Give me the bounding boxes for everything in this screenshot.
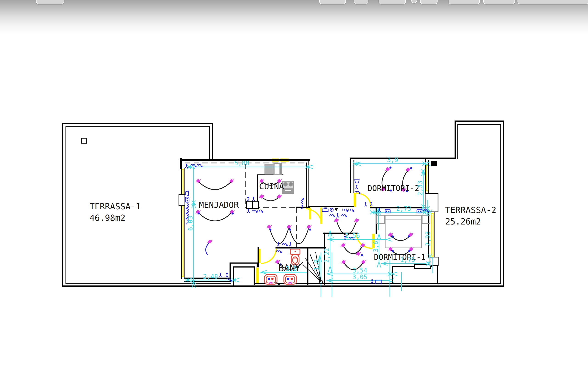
fridge	[265, 164, 273, 174]
kitchen-counter	[246, 201, 258, 208]
switch-icon	[356, 185, 358, 189]
socket-icon	[276, 250, 282, 253]
switch-icon	[219, 273, 222, 277]
socket-icon	[252, 210, 258, 212]
socket-icon	[257, 210, 263, 212]
switch-icon	[336, 213, 339, 217]
heater-icon	[322, 208, 328, 212]
socket-icon	[342, 214, 347, 217]
switch-icon	[226, 273, 228, 277]
switch-icon	[247, 197, 249, 201]
dim-dorm1-width-a: 3,54	[352, 267, 367, 274]
socket-icon	[301, 198, 304, 204]
dim-shower-width: 1,8	[313, 259, 320, 270]
phone-outlet-icon	[185, 197, 189, 202]
dim-dorm2-top: 3,9	[387, 156, 398, 163]
dim-bed-width: 2,73	[396, 205, 411, 212]
burner	[284, 182, 287, 186]
switch-icon	[185, 164, 188, 168]
dim-hall-left: 2,22	[323, 248, 330, 263]
room-label-terrassa2: TERRASSA-2	[445, 205, 496, 215]
socket-icon	[330, 214, 335, 217]
room-area-terrassa1: 46.98m2	[90, 213, 126, 223]
dim-dorm1-right: 2,93	[424, 231, 431, 246]
room-label-menjador: MENJADOR	[199, 200, 239, 210]
dim-menjador-bottom: 2,48	[203, 273, 218, 280]
dim-bany-width: 3,3	[286, 265, 297, 272]
dim-menjador-top: 5,88	[234, 160, 249, 167]
room-label-terrassa1: TERRASSA-1	[90, 202, 141, 212]
socket-icon	[342, 209, 348, 212]
tv-outlet-icon	[185, 191, 189, 196]
burner	[289, 182, 293, 186]
tv-outlet-icon	[355, 180, 359, 183]
dim-closet-width: 1,75	[400, 256, 415, 263]
socket-icon	[348, 209, 354, 212]
column-symbol	[82, 138, 87, 143]
electrical-symbols	[185, 164, 429, 284]
switch-icon	[365, 202, 367, 206]
dim-dorm2-right: 2,33	[416, 181, 424, 196]
switch-icon	[252, 197, 255, 201]
switch-icon	[289, 242, 292, 246]
dim-dorm1-width-b: 3,05	[352, 273, 367, 281]
switch-icon	[247, 209, 250, 213]
sink	[284, 274, 296, 284]
room-label-cuina: CUINA	[259, 181, 284, 191]
dim-dorm1-door: 3,6	[372, 241, 379, 252]
floor-plan-canvas: TERRASSA-1 46.98m2 MENJADOR CUINA BANY D…	[0, 0, 588, 373]
switch-icon	[371, 279, 373, 283]
dim-menjador-left: 6,03	[187, 216, 194, 231]
socket-icon	[282, 243, 288, 246]
room-label-dormitori2: DORMITORI-2	[368, 184, 419, 193]
dim-hall-width: 2,56	[345, 232, 360, 239]
toilet	[290, 249, 300, 265]
room-label-dormitori1: DORMITORI-1	[374, 252, 426, 262]
room-area-terrassa2: 25.26m2	[445, 217, 481, 227]
nightstand-left	[377, 215, 385, 223]
